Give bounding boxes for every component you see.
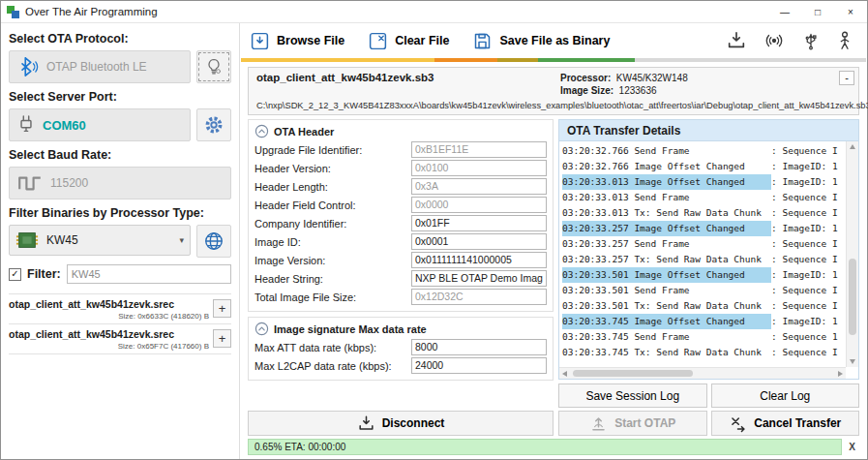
log-entry[interactable]: 03:20:33.257 Image Offset Changed : Imag… — [562, 221, 844, 236]
collapse-file-info-button[interactable]: - — [839, 71, 854, 85]
image-size-label: Image Size: — [560, 85, 614, 96]
file-meta: Processor: KW45/K32W148 Image Size: 1233… — [560, 72, 688, 97]
ota-header-field: Company Identifier: 0x01FF — [254, 215, 547, 231]
field-input[interactable]: 0x12D32C — [411, 289, 547, 305]
app-window: Over The Air Programming — □ × Select OT… — [0, 0, 868, 460]
log-entry[interactable]: 03:20:33.257 Send Frame : Sequence I — [562, 236, 844, 252]
baud-rate-button[interactable]: 115200 — [9, 167, 231, 199]
collapse-chevron-icon[interactable] — [254, 322, 269, 336]
log-entry[interactable]: 03:20:33.013 Send Frame : Sequence I — [562, 190, 844, 205]
log-entry[interactable]: 03:20:33.745 Send Frame : Sequence 1 — [562, 329, 844, 345]
log-entry[interactable]: 03:20:33.745 Tx: Send Raw Data Chunk : S… — [562, 345, 844, 360]
vertical-scroll-thumb[interactable] — [849, 259, 856, 335]
field-input[interactable]: 24000 — [411, 357, 547, 374]
clear-file-button[interactable]: Clear File — [368, 31, 449, 51]
minimize-button[interactable]: — — [768, 1, 801, 22]
log-entry-event: 03:20:32.766 Send Frame — [562, 143, 771, 159]
log-entry-event: 03:20:33.257 Image Offset Changed — [562, 221, 771, 236]
field-input[interactable]: 0xB1EF11E — [411, 141, 547, 158]
processor-filter-label: Filter Binaries by Processor Type: — [9, 206, 231, 220]
save-file-icon — [472, 31, 493, 51]
log-entry[interactable]: 03:20:33.745 Image Offset Changed : Imag… — [562, 314, 844, 329]
log-entry[interactable]: 03:20:33.501 Image Offset Changed : Imag… — [562, 267, 844, 283]
protocol-button[interactable]: OTAP Bluetooth LE — [9, 50, 191, 83]
save-binary-button[interactable]: Save File as Binary — [472, 31, 610, 51]
binary-file-item[interactable]: otap_client_att_kw45b41zevk.srec Size: 0… — [9, 293, 231, 323]
signature-field: Max ATT data rate (kbps): 8000 — [254, 339, 547, 355]
scroll-down-icon[interactable] — [850, 359, 855, 364]
status-close-button[interactable]: X — [845, 440, 859, 454]
ota-header-field: Image ID: 0x0001 — [254, 233, 547, 250]
close-button[interactable]: × — [834, 1, 867, 22]
user-status-icon[interactable] — [836, 30, 853, 51]
transfer-log: 03:20:32.766 Send Frame : Sequence I 03:… — [559, 141, 858, 379]
field-input[interactable]: NXP BLE OTAP Demo Imag — [411, 270, 547, 287]
port-settings-button[interactable] — [196, 108, 231, 141]
processor-web-button[interactable] — [196, 225, 231, 258]
cancel-transfer-label: Cancel Transfer — [754, 416, 841, 430]
start-otap-button[interactable]: Start OTAP — [558, 411, 707, 436]
log-entry-detail: : ImageID: 1 — [771, 221, 844, 236]
maximize-button[interactable]: □ — [801, 1, 834, 22]
chip-icon — [15, 231, 39, 249]
log-entry-detail: : Sequence I — [771, 252, 844, 267]
log-entry[interactable]: 03:20:33.013 Tx: Send Raw Data Chunk : S… — [562, 205, 844, 221]
disconnect-label: Disconnect — [382, 416, 445, 430]
cancel-transfer-button[interactable]: Cancel Transfer — [711, 411, 860, 436]
usb-symbol-icon[interactable] — [801, 30, 821, 51]
log-entry-detail: : ImageID: 1 — [771, 267, 844, 283]
field-input[interactable]: 0x0100 — [411, 160, 547, 176]
ota-waves-icon[interactable] — [763, 30, 786, 51]
smart-toggle-button[interactable] — [196, 50, 231, 83]
horizontal-scrollbar[interactable] — [559, 367, 846, 379]
signature-fields: Max ATT data rate (kbps): 8000 Max L2CAP… — [254, 339, 547, 374]
start-otap-label: Start OTAP — [614, 416, 675, 430]
transfer-details-panel: OTA Transfer Details 03:20:32.766 Send F… — [558, 119, 859, 380]
gear-icon — [203, 114, 224, 136]
filter-checkbox[interactable]: ✓ — [9, 268, 21, 281]
log-entry-detail: : Sequence I — [771, 190, 844, 205]
field-input[interactable]: 0x0111111141000005 — [411, 252, 547, 268]
processor-dropdown[interactable]: KW45 ▾ — [9, 225, 191, 256]
loaded-filename: otap_client_att_kw45b41zevk.sb3 — [256, 72, 851, 83]
binary-file-item[interactable]: otap_client_att_kw45b41zevk.srec Size: 0… — [9, 323, 231, 354]
log-entry-event: 03:20:33.257 Tx: Send Raw Data Chunk — [562, 252, 771, 267]
log-entry[interactable]: 03:20:33.501 Send Frame : Sequence I — [562, 283, 844, 298]
log-entry[interactable]: 03:20:33.257 Tx: Send Raw Data Chunk : S… — [562, 252, 844, 267]
download-to-board-icon[interactable] — [726, 30, 747, 51]
com-port-button[interactable]: COM60 — [9, 108, 191, 141]
clear-log-button[interactable]: Clear Log — [711, 383, 860, 408]
save-session-log-button[interactable]: Save Session Log — [558, 383, 707, 408]
add-file-button[interactable]: + — [213, 329, 231, 348]
scroll-right-icon[interactable] — [838, 371, 843, 377]
scroll-up-icon[interactable] — [850, 144, 855, 149]
scroll-left-icon[interactable] — [562, 371, 567, 377]
log-entry[interactable]: 03:20:33.013 Image Offset Changed : Imag… — [562, 174, 844, 190]
field-input[interactable]: 0x0000 — [411, 197, 547, 213]
collapse-chevron-icon[interactable] — [254, 124, 269, 138]
signature-title: Image signature Max data rate — [274, 323, 427, 335]
log-entry-detail: : Sequence I — [771, 345, 844, 360]
processor-label: Processor: — [560, 73, 611, 83]
ota-header-group: OTA Header Upgrade File Identifier: 0xB1… — [248, 119, 554, 312]
window-title: Over The Air Programming — [25, 6, 158, 17]
field-label: Image Version: — [254, 255, 411, 266]
log-entry[interactable]: 03:20:32.766 Image Offset Changed : Imag… — [562, 159, 844, 174]
field-input[interactable]: 8000 — [411, 339, 547, 355]
ota-header-field: Header Field Control: 0x0000 — [254, 197, 547, 213]
disconnect-button[interactable]: Disconnect — [248, 411, 554, 436]
filter-input[interactable]: KW45 — [67, 264, 231, 284]
field-input[interactable]: 0x3A — [411, 178, 547, 195]
chevron-down-icon: ▾ — [179, 235, 184, 245]
browse-file-button[interactable]: Browse File — [250, 31, 344, 51]
log-entry[interactable]: 03:20:32.766 Send Frame : Sequence I — [562, 143, 844, 159]
horizontal-scroll-thumb[interactable] — [573, 370, 693, 377]
field-input[interactable]: 0x01FF — [411, 215, 547, 231]
log-entry[interactable]: 03:20:33.501 Tx: Send Raw Data Chunk : S… — [562, 298, 844, 314]
add-file-button[interactable]: + — [213, 299, 231, 318]
field-label: Company Identifier: — [254, 218, 411, 230]
log-entry-detail: : Sequence I — [771, 283, 844, 298]
vertical-scrollbar[interactable] — [846, 141, 858, 367]
field-input[interactable]: 0x0001 — [411, 233, 547, 250]
progress-text: 0.65% ETA: 00:00:00 — [254, 442, 345, 452]
